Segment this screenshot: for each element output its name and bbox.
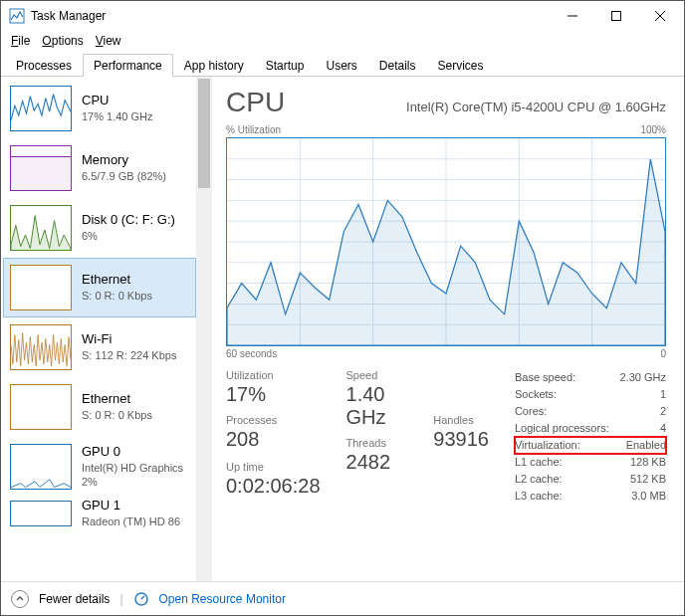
cpu-thumbnail-chart [10, 86, 72, 131]
sidebar-item-label: Ethernet [82, 391, 152, 408]
svg-rect-2 [612, 12, 621, 21]
spec-base-speed-l: Base speed: [515, 369, 575, 386]
menu-options[interactable]: Options [42, 34, 83, 48]
close-icon [655, 11, 665, 21]
cpu-model-name: Intel(R) Core(TM) i5-4200U CPU @ 1.60GHz [406, 100, 666, 114]
sidebar-item-sub: S: 0 R: 0 Kbps [82, 408, 152, 422]
sidebar-item-sub: 6% [82, 229, 175, 243]
handles-value: 93916 [433, 428, 489, 451]
spec-base-speed: 2.30 GHz [620, 369, 666, 386]
sidebar-item-sub: 17% 1.40 GHz [82, 109, 153, 123]
chevron-up-icon[interactable] [11, 590, 29, 608]
spec-sockets: 1 [660, 386, 666, 403]
wifi-thumbnail-chart [10, 324, 72, 370]
tab-processes[interactable]: Processes [5, 54, 83, 77]
utilization-value: 17% [226, 383, 321, 406]
sidebar-item-sub: S: 112 R: 224 Kbps [82, 348, 176, 362]
sidebar-item-memory[interactable]: Memory 6.5/7.9 GB (82%) [3, 138, 196, 198]
uptime-label: Up time [226, 461, 321, 473]
menu-view[interactable]: View [96, 34, 121, 48]
sidebar-item-gpu0[interactable]: GPU 0 Intel(R) HD Graphics 2% [3, 437, 196, 497]
spec-l1-l: L1 cache: [515, 454, 563, 471]
spec-virtualization-l: Virtualization: [515, 437, 580, 454]
tab-performance[interactable]: Performance [83, 54, 173, 77]
ethernet-thumbnail-chart [10, 265, 72, 310]
task-manager-icon [9, 8, 25, 24]
close-button[interactable] [638, 2, 682, 30]
sidebar-item-sub: 6.5/7.9 GB (82%) [82, 169, 166, 183]
menubar: File Options View [1, 31, 684, 51]
sidebar-item-label: Wi-Fi [82, 331, 176, 348]
open-resource-monitor-link[interactable]: Open Resource Monitor [159, 592, 286, 606]
tab-app-history[interactable]: App history [173, 54, 255, 77]
sidebar-item-gpu1[interactable]: GPU 1 Radeon (TM) HD 86 [3, 497, 196, 530]
specs-table: Base speed:2.30 GHz Sockets:1 Cores:2 Lo… [515, 369, 666, 505]
minimize-icon [568, 11, 577, 21]
sidebar-item-label: GPU 0 [82, 444, 183, 461]
resource-monitor-icon [133, 591, 149, 607]
sidebar-item-ethernet2[interactable]: Ethernet S: 0 R: 0 Kbps [3, 377, 196, 437]
utilization-label: Utilization [226, 369, 321, 381]
ethernet2-thumbnail-chart [10, 384, 72, 430]
speed-label: Speed [346, 369, 408, 381]
sidebar-item-cpu[interactable]: CPU 17% 1.40 GHz [3, 79, 196, 138]
sidebar-item-wifi[interactable]: Wi-Fi S: 112 R: 224 Kbps [3, 317, 196, 377]
spec-l2: 512 KB [630, 471, 666, 488]
threads-value: 2482 [346, 451, 408, 474]
task-manager-window: Task Manager File Options View Processes… [0, 0, 685, 616]
disk-thumbnail-chart [10, 205, 72, 251]
maximize-button[interactable] [594, 2, 638, 30]
scrollbar-thumb[interactable] [198, 79, 210, 188]
window-title: Task Manager [31, 9, 106, 23]
spec-cores: 2 [660, 403, 666, 420]
spec-l2-l: L2 cache: [515, 471, 563, 488]
titlebar[interactable]: Task Manager [1, 1, 684, 31]
tab-users[interactable]: Users [315, 54, 367, 77]
speed-value: 1.40 GHz [346, 383, 408, 429]
chart-ymax: 100% [640, 124, 666, 135]
sidebar-item-label: Memory [82, 152, 166, 169]
tab-services[interactable]: Services [427, 54, 495, 77]
uptime-value: 0:02:06:28 [226, 475, 321, 498]
spec-l1: 128 KB [630, 454, 666, 471]
threads-label: Threads [346, 437, 408, 449]
cpu-utilization-chart[interactable] [226, 137, 666, 346]
tab-startup[interactable]: Startup [255, 54, 316, 77]
fewer-details-link[interactable]: Fewer details [39, 592, 110, 606]
memory-thumbnail-chart [10, 145, 72, 191]
gpu0-thumbnail-chart [10, 444, 72, 490]
spec-lprocs-l: Logical processors: [515, 420, 609, 437]
sidebar-item-ethernet[interactable]: Ethernet S: 0 R: 0 Kbps [3, 258, 196, 317]
sidebar-item-sub2: 2% [82, 475, 183, 489]
processes-value: 208 [226, 428, 321, 451]
content-area: CPU 17% 1.40 GHz Memory 6.5/7.9 GB (82%) [1, 77, 684, 581]
menu-file[interactable]: File [11, 34, 30, 48]
page-title: CPU [226, 87, 285, 118]
handles-label: Handles [433, 414, 489, 426]
sidebar-item-sub: S: 0 R: 0 Kbps [82, 289, 152, 303]
footer-divider: | [119, 592, 122, 606]
footer-bar: Fewer details | Open Resource Monitor [1, 581, 684, 615]
sidebar-item-label: Ethernet [82, 272, 152, 289]
minimize-button[interactable] [551, 2, 594, 30]
main-panel: CPU Intel(R) Core(TM) i5-4200U CPU @ 1.6… [212, 77, 684, 581]
sidebar-list[interactable]: CPU 17% 1.40 GHz Memory 6.5/7.9 GB (82%) [1, 77, 196, 581]
svg-line-20 [141, 596, 144, 599]
sidebar-panel: CPU 17% 1.40 GHz Memory 6.5/7.9 GB (82%) [1, 77, 212, 581]
chart-ylabel: % Utilization [226, 124, 281, 135]
spec-l3: 3.0 MB [631, 488, 666, 505]
sidebar-item-sub: Radeon (TM) HD 86 [82, 514, 180, 528]
sidebar-scrollbar[interactable] [196, 77, 212, 581]
sidebar-item-label: GPU 1 [82, 498, 180, 514]
sidebar-item-label: CPU [82, 93, 153, 109]
chart-xlabel-right: 0 [660, 348, 666, 359]
gpu1-thumbnail-chart [10, 501, 72, 526]
sidebar-item-sub: Intel(R) HD Graphics [82, 461, 183, 475]
stats-block: Utilization 17% Processes 208 Up time 0:… [226, 369, 666, 505]
sidebar-item-disk0[interactable]: Disk 0 (C: F: G:) 6% [3, 198, 196, 258]
tab-details[interactable]: Details [368, 54, 427, 77]
spec-virtualization: Enabled [626, 437, 666, 454]
spec-cores-l: Cores: [515, 403, 547, 420]
spec-lprocs: 4 [660, 420, 666, 437]
spec-sockets-l: Sockets: [515, 386, 557, 403]
